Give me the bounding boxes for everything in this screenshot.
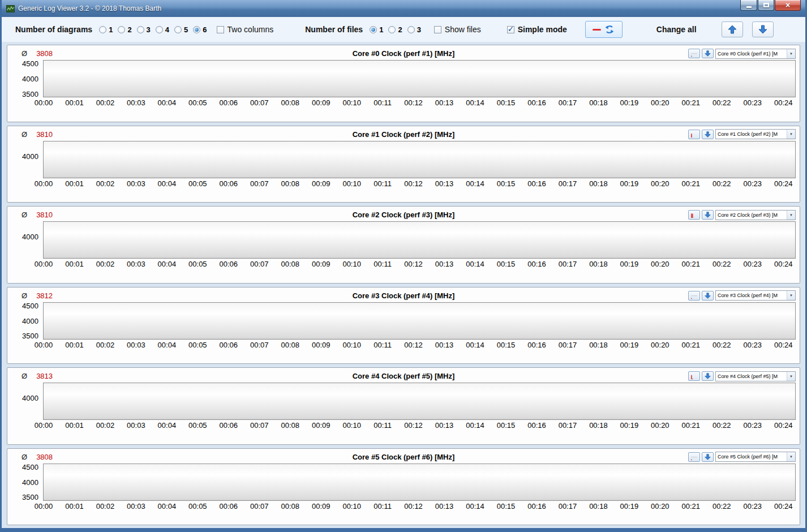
window-controls: × (740, 0, 801, 11)
checkbox-icon[interactable]: ✓ (507, 26, 514, 33)
x-axis-label: 00:05 (188, 99, 207, 106)
radio-icon[interactable] (193, 26, 200, 33)
radio-files-3[interactable]: 3 (407, 25, 421, 34)
change-all-up-button[interactable] (722, 22, 743, 37)
panel-move-down-button[interactable] (702, 452, 714, 462)
radio-diagrams-1[interactable]: 1 (99, 25, 113, 34)
x-axis-label: 00:08 (281, 503, 299, 510)
radio-icon[interactable] (99, 26, 106, 33)
title-bar[interactable]: Generic Log Viewer 3.2 - © 2018 Thomas B… (2, 0, 805, 17)
x-axis-label: 00:17 (559, 422, 577, 429)
x-axis-label: 00:21 (682, 260, 701, 268)
panel-move-down-button[interactable] (702, 210, 714, 220)
radio-files-1[interactable]: 1 (370, 25, 383, 34)
two-columns-checkbox[interactable]: Two columns (217, 25, 274, 34)
panel-move-down-button[interactable] (702, 49, 714, 58)
signal-dropdown[interactable]: Core #3 Clock (perf #4) [M ▼ (715, 290, 796, 301)
y-axis-label: 4000 (22, 394, 38, 402)
x-axis-label: 00:11 (374, 422, 392, 429)
radio-icon[interactable] (388, 26, 396, 33)
maximize-button[interactable] (758, 0, 774, 11)
panel-controls: Core #1 Clock (perf #2) [M ▼ (688, 129, 796, 139)
refresh-color-button[interactable] (585, 21, 623, 38)
panel-move-down-button[interactable] (702, 130, 714, 139)
x-axis-label: 00:17 (559, 341, 577, 349)
radio-icon[interactable] (118, 26, 125, 33)
radio-icon[interactable] (137, 26, 144, 33)
radio-icon[interactable] (370, 26, 377, 33)
y-axis-label: 3500 (22, 332, 38, 340)
y-axis: 450040003500 (11, 464, 43, 501)
signal-dropdown[interactable]: Core #1 Clock (perf #2) [M ▼ (715, 129, 796, 139)
close-button[interactable]: × (775, 0, 801, 11)
checkbox-icon[interactable] (217, 26, 224, 33)
change-all-down-button[interactable] (752, 22, 774, 37)
minimize-button[interactable] (740, 0, 757, 11)
chart-panel: Ø 3812 Core #3 Clock (perf #4) [MHz] Cor… (7, 287, 800, 364)
chart-row: 4000 (11, 383, 796, 420)
radio-icon[interactable] (407, 26, 415, 33)
radio-diagrams-2[interactable]: 2 (118, 25, 131, 34)
x-axis-label: 00:15 (497, 99, 516, 106)
radio-label: 4 (165, 25, 169, 34)
x-axis-label: 00:12 (404, 180, 423, 187)
y-axis: 4000 (11, 221, 43, 259)
panel-controls: Core #4 Clock (perf #5) [M ▼ (688, 371, 796, 381)
signal-dropdown[interactable]: Core #4 Clock (perf #5) [M ▼ (715, 371, 796, 381)
x-axis-label: 00:18 (589, 99, 608, 106)
signal-dropdown[interactable]: Core #2 Clock (perf #3) [M ▼ (715, 210, 796, 220)
panel-move-down-button[interactable] (702, 291, 714, 301)
radio-diagrams-6[interactable]: 6 (193, 25, 207, 34)
plot-area[interactable] (43, 302, 796, 340)
x-axis-label: 00:20 (651, 422, 669, 429)
panel-move-up-button[interactable] (688, 291, 700, 301)
show-files-checkbox[interactable]: Show files (434, 25, 481, 34)
panel-move-up-button[interactable] (688, 371, 700, 381)
radio-icon[interactable] (174, 26, 182, 33)
x-axis-label: 00:17 (559, 503, 577, 510)
panel-move-up-button[interactable] (688, 49, 700, 58)
x-axis-label: 00:17 (559, 99, 577, 106)
radio-icon[interactable] (156, 26, 163, 33)
panel-move-down-button[interactable] (702, 371, 714, 381)
radio-label: 3 (417, 25, 421, 34)
panel-move-up-button[interactable] (688, 452, 700, 462)
plot-area[interactable] (43, 60, 796, 97)
x-axis-label: 00:03 (127, 180, 145, 187)
x-axis-label: 00:00 (35, 99, 53, 106)
panel-move-up-button[interactable] (688, 210, 700, 220)
x-axis-label: 00:07 (250, 503, 269, 510)
y-axis: 4000 (11, 383, 43, 420)
x-axis-label: 00:03 (127, 99, 145, 106)
window-title: Generic Log Viewer 3.2 - © 2018 Thomas B… (18, 5, 161, 12)
panel-move-up-button[interactable] (688, 130, 700, 139)
plot-area[interactable] (43, 221, 796, 259)
x-axis: 00:0000:0100:0200:0300:0400:0500:0600:07… (44, 501, 796, 512)
plot-area[interactable] (43, 383, 796, 420)
plot-area[interactable] (43, 141, 796, 178)
radio-diagrams-4[interactable]: 4 (156, 25, 169, 34)
arrow-down-icon (705, 454, 711, 460)
signal-dropdown[interactable]: Core #0 Clock (perf #1) [M ▼ (715, 49, 796, 59)
x-axis-label: 00:11 (374, 341, 392, 349)
arrow-down-icon (705, 212, 711, 218)
x-axis-label: 00:22 (712, 260, 731, 268)
radio-files-2[interactable]: 2 (388, 25, 402, 34)
y-axis: 450040003500 (11, 302, 43, 340)
plot-area[interactable] (43, 464, 796, 501)
x-axis-label: 00:19 (620, 180, 639, 187)
signal-dropdown[interactable]: Core #5 Clock (perf #6) [M ▼ (715, 452, 796, 462)
x-axis-label: 00:06 (220, 260, 238, 268)
panel-header: Ø 3810 Core #1 Clock (perf #2) [MHz] Cor… (11, 128, 796, 141)
average-value: 3812 (36, 291, 53, 300)
x-axis-label: 00:24 (774, 341, 793, 349)
average-value: 3810 (36, 211, 53, 219)
x-axis-label: 00:21 (682, 422, 701, 429)
chart-row: 450040003500 (11, 60, 796, 97)
radio-diagrams-3[interactable]: 3 (137, 25, 151, 34)
x-axis-label: 00:22 (712, 180, 731, 187)
checkbox-icon[interactable] (434, 26, 441, 33)
radio-diagrams-5[interactable]: 5 (174, 25, 188, 34)
simple-mode-checkbox[interactable]: ✓ Simple mode (507, 25, 567, 34)
chevron-down-icon: ▼ (787, 130, 795, 139)
